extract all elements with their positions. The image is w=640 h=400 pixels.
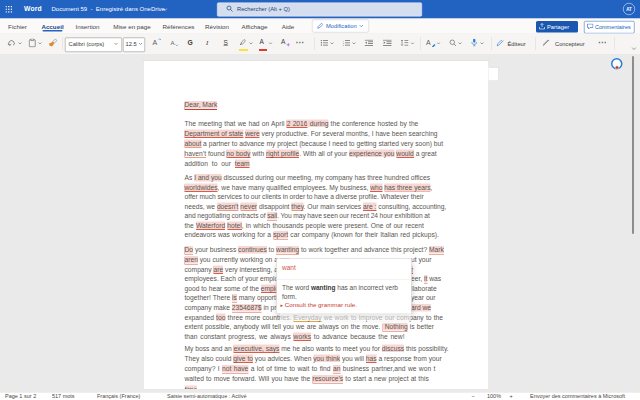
- svg-text:3: 3: [343, 44, 345, 46]
